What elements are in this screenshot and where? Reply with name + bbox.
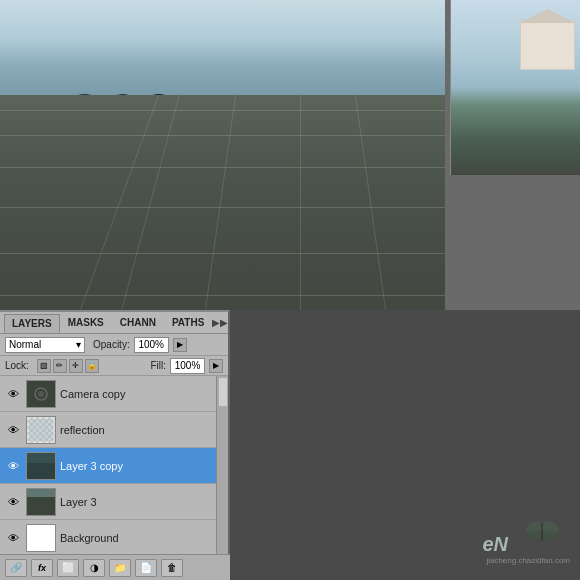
opacity-arrow-btn[interactable]: ▶: [173, 338, 187, 352]
adjustment-btn[interactable]: ◑: [83, 559, 105, 577]
svg-rect-8: [27, 489, 55, 497]
fill-label: Fill:: [150, 360, 166, 371]
blend-opacity-row: Normal ▾ Opacity: 100% ▶: [0, 334, 228, 356]
add-mask-btn[interactable]: ⬜: [57, 559, 79, 577]
lock-fill-row: Lock: ▧ ✏ ✛ 🔒 Fill: 100% ▶: [0, 356, 228, 376]
layer-item-reflection[interactable]: 👁 reflection: [0, 412, 228, 448]
tab-channels[interactable]: CHANN: [112, 313, 164, 332]
right-panel-photo: [450, 0, 580, 175]
tabs-overflow-arrow[interactable]: ▶▶: [212, 317, 228, 328]
layers-bottom-toolbar: 🔗 fx ⬜ ◑ 📁 📄 🗑: [0, 554, 230, 580]
layer-list: 👁 Camera copy 👁 reflection: [0, 376, 228, 561]
canvas-area: [0, 0, 580, 310]
layer-name-layer3: Layer 3: [60, 496, 224, 508]
eye-icon-camera-copy[interactable]: 👁: [4, 385, 22, 403]
layer-name-background: Background: [60, 532, 224, 544]
link-layers-btn[interactable]: 🔗: [5, 559, 27, 577]
watermark-text-en: eN jiacheng.chazidfan.com: [482, 533, 570, 565]
layer-item-layer3-copy[interactable]: 👁 Layer 3 copy: [0, 448, 228, 484]
svg-point-2: [38, 391, 44, 397]
layer-name-reflection: reflection: [60, 424, 224, 436]
en-logo-text: eN: [482, 533, 508, 555]
svg-rect-9: [27, 497, 55, 515]
scroll-thumb[interactable]: [218, 377, 228, 407]
layer-name-camera-copy: Camera copy: [60, 388, 224, 400]
lock-icons: ▧ ✏ ✛ 🔒: [37, 359, 99, 373]
layer-item-camera-copy[interactable]: 👁 Camera copy: [0, 376, 228, 412]
site-watermark: jiacheng.chazidfan.com: [486, 556, 570, 565]
layer-list-scrollbar[interactable]: [216, 376, 228, 561]
svg-rect-6: [27, 453, 55, 463]
lock-label: Lock:: [5, 360, 29, 371]
lock-paint-btn[interactable]: ✏: [53, 359, 67, 373]
thumb-camera-copy: [26, 380, 56, 408]
thumb-reflection: [26, 416, 56, 444]
tab-masks[interactable]: MASKS: [60, 313, 112, 332]
delete-layer-btn[interactable]: 🗑: [161, 559, 183, 577]
lock-all-btn[interactable]: 🔒: [85, 359, 99, 373]
blend-mode-arrow: ▾: [76, 339, 81, 350]
pavement-lines: [0, 95, 445, 310]
opacity-label: Opacity:: [93, 339, 130, 350]
thumb-layer3-copy: [26, 452, 56, 480]
tabs-row: LAYERS MASKS CHANN PATHS ▶▶ ≡: [0, 312, 228, 334]
eye-icon-layer3-copy[interactable]: 👁: [4, 457, 22, 475]
tab-paths[interactable]: PATHS: [164, 313, 212, 332]
blend-mode-value: Normal: [9, 339, 41, 350]
thumb-layer3: [26, 488, 56, 516]
opacity-value[interactable]: 100%: [134, 337, 169, 353]
eye-icon-reflection[interactable]: 👁: [4, 421, 22, 439]
new-layer-btn[interactable]: 📄: [135, 559, 157, 577]
fx-btn[interactable]: fx: [31, 559, 53, 577]
layer-item-layer3[interactable]: 👁 Layer 3: [0, 484, 228, 520]
main-canvas-photo: [0, 0, 445, 310]
blend-mode-select[interactable]: Normal ▾: [5, 337, 85, 353]
layer-item-background[interactable]: 👁 Background: [0, 520, 228, 556]
lock-move-btn[interactable]: ✛: [69, 359, 83, 373]
layers-panel: LAYERS MASKS CHANN PATHS ▶▶ ≡ Normal ▾ O…: [0, 310, 230, 580]
canvas-bottom-area: eN jiacheng.chazidfan.com: [230, 310, 580, 580]
lock-transparent-btn[interactable]: ▧: [37, 359, 51, 373]
new-group-btn[interactable]: 📁: [109, 559, 131, 577]
layer-name-layer3-copy: Layer 3 copy: [60, 460, 224, 472]
svg-rect-4: [29, 419, 53, 441]
building-thumbnail: [520, 20, 575, 70]
tab-layers[interactable]: LAYERS: [4, 314, 60, 333]
fill-arrow-btn[interactable]: ▶: [209, 359, 223, 373]
eye-icon-background[interactable]: 👁: [4, 529, 22, 547]
fill-value[interactable]: 100%: [170, 358, 205, 374]
thumb-background: [26, 524, 56, 552]
eye-icon-layer3[interactable]: 👁: [4, 493, 22, 511]
